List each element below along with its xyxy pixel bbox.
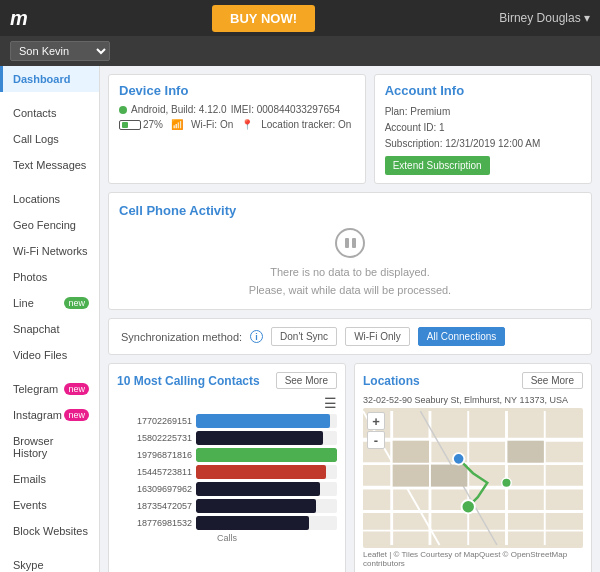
bar-row: 16309697962: [117, 482, 337, 496]
sidebar-item-geo-fencing[interactable]: Geo Fencing: [0, 212, 99, 238]
bar-label: 16309697962: [117, 484, 192, 494]
sync-method-row: Synchronization method: i Don't Sync Wi-…: [108, 318, 592, 355]
calling-contacts-title: 10 Most Calling Contacts: [117, 374, 260, 388]
calling-see-more-button[interactable]: See More: [276, 372, 337, 389]
svg-rect-16: [507, 441, 543, 463]
sidebar-item-call-logs[interactable]: Call Logs: [0, 126, 99, 152]
sidebar-item-label: Emails: [13, 473, 46, 485]
account-info-title: Account Info: [385, 83, 581, 98]
sidebar-item-label: Text Messages: [13, 159, 86, 171]
sidebar-item-locations[interactable]: Locations: [0, 186, 99, 212]
svg-rect-14: [431, 465, 467, 487]
sidebar-item-events[interactable]: Events: [0, 492, 99, 518]
bar-row: 19796871816: [117, 448, 337, 462]
main-layout: Dashboard Contacts Call Logs Text Messag…: [0, 66, 600, 572]
top-nav: m BUY NOW! Birney Douglas ▾: [0, 0, 600, 36]
battery-icon: 27%: [119, 119, 163, 130]
locations-card: Locations See More 32-02-52-90 Seabury S…: [354, 363, 592, 572]
sidebar-item-photos[interactable]: Photos: [0, 264, 99, 290]
sync-method-label: Synchronization method:: [121, 331, 242, 343]
bar-track: [196, 482, 337, 496]
sidebar-item-label: Contacts: [13, 107, 56, 119]
sidebar-item-label: Photos: [13, 271, 47, 283]
sidebar-item-label: Snapchat: [13, 323, 59, 335]
sidebar-item-label: Locations: [13, 193, 60, 205]
sidebar-item-label: Wi-Fi Networks: [13, 245, 88, 257]
device-os-row: Android, Build: 4.12.0 IMEI: 00084403329…: [119, 104, 355, 115]
sidebar-item-label: Block Websites: [13, 525, 88, 537]
new-badge: new: [64, 297, 89, 309]
sidebar-item-label: Instagram: [13, 409, 62, 421]
bottom-row: 10 Most Calling Contacts See More ☰ 1770…: [108, 363, 592, 572]
bar-chart: 1770226915115802225731197968718161544572…: [117, 414, 337, 530]
buy-now-button[interactable]: BUY NOW!: [212, 5, 315, 32]
bar-fill: [196, 431, 323, 445]
wifi-only-button[interactable]: Wi-Fi Only: [345, 327, 410, 346]
sidebar-item-contacts[interactable]: Contacts: [0, 100, 99, 126]
sidebar-item-text-messages[interactable]: Text Messages: [0, 152, 99, 178]
sidebar-item-browser-history[interactable]: Browser History: [0, 428, 99, 466]
zoom-out-button[interactable]: -: [367, 431, 385, 449]
locations-see-more-button[interactable]: See More: [522, 372, 583, 389]
bar-fill: [196, 499, 316, 513]
new-badge: new: [64, 409, 89, 421]
sidebar-item-dashboard[interactable]: Dashboard: [0, 66, 99, 92]
account-subscription: Subscription: 12/31/2019 12:00 AM: [385, 136, 581, 152]
sidebar-item-wifi-networks[interactable]: Wi-Fi Networks: [0, 238, 99, 264]
bar-row: 18776981532: [117, 516, 337, 530]
user-menu[interactable]: Birney Douglas ▾: [499, 11, 590, 25]
bar-label: 15802225731: [117, 433, 192, 443]
user-name: Birney Douglas: [499, 11, 580, 25]
dont-sync-button[interactable]: Don't Sync: [271, 327, 337, 346]
sidebar-item-label: Skype: [13, 559, 44, 571]
bar-fill: [196, 414, 330, 428]
bar-row: 15802225731: [117, 431, 337, 445]
wifi-icon: 📶: [171, 119, 183, 130]
map-credit: Leaflet | © Tiles Courtesy of MapQuest ©…: [363, 550, 583, 568]
bar-label: 17702269151: [117, 416, 192, 426]
bar-row: 15445723811: [117, 465, 337, 479]
battery-percent: 27%: [143, 119, 163, 130]
sidebar-item-label: Events: [13, 499, 47, 511]
sidebar-item-line[interactable]: Line new: [0, 290, 99, 316]
locations-header: Locations See More: [363, 372, 583, 389]
sidebar-item-label: Dashboard: [13, 73, 70, 85]
user-dropdown-arrow: ▾: [584, 11, 590, 25]
all-connections-button[interactable]: All Connections: [418, 327, 505, 346]
extend-subscription-button[interactable]: Extend Subscription: [385, 156, 490, 175]
sidebar-item-snapchat[interactable]: Snapchat: [0, 316, 99, 342]
bar-label: 19796871816: [117, 450, 192, 460]
location-icon: 📍: [241, 119, 253, 130]
user-selector[interactable]: Son Kevin: [10, 41, 110, 61]
device-imei: IMEI: 000844033297654: [231, 104, 341, 115]
sidebar-item-telegram[interactable]: Telegram new: [0, 376, 99, 402]
bar-track: [196, 414, 337, 428]
logo: m: [10, 7, 28, 30]
map-zoom-controls: + -: [367, 412, 385, 449]
sidebar-item-video-files[interactable]: Video Files: [0, 342, 99, 368]
cell-activity-title: Cell Phone Activity: [119, 203, 581, 218]
sidebar: Dashboard Contacts Call Logs Text Messag…: [0, 66, 100, 572]
zoom-in-button[interactable]: +: [367, 412, 385, 430]
bar-track: [196, 499, 337, 513]
chart-menu-icon[interactable]: ☰: [117, 395, 337, 411]
calling-contacts-header: 10 Most Calling Contacts See More: [117, 372, 337, 389]
sidebar-item-label: Call Logs: [13, 133, 59, 145]
location-address: 32-02-52-90 Seabury St, Elmhurst, NY 113…: [363, 395, 583, 405]
no-data-line2: Please, wait while data will be processe…: [119, 282, 581, 300]
device-info-title: Device Info: [119, 83, 355, 98]
account-plan: Plan: Premium: [385, 104, 581, 120]
sync-info-icon[interactable]: i: [250, 330, 263, 343]
bar-track: [196, 431, 337, 445]
device-status-row: 27% 📶 Wi-Fi: On 📍 Location tracker: On: [119, 119, 355, 130]
sub-nav: Son Kevin: [0, 36, 600, 66]
sidebar-item-emails[interactable]: Emails: [0, 466, 99, 492]
wifi-status: Wi-Fi: On: [191, 119, 233, 130]
sidebar-item-block-websites[interactable]: Block Websites: [0, 518, 99, 544]
bar-fill: [196, 482, 320, 496]
sidebar-item-instagram[interactable]: Instagram new: [0, 402, 99, 428]
new-badge: new: [64, 383, 89, 395]
bar-row: 18735472057: [117, 499, 337, 513]
svg-rect-13: [393, 441, 429, 463]
sidebar-item-skype[interactable]: Skype: [0, 552, 99, 572]
